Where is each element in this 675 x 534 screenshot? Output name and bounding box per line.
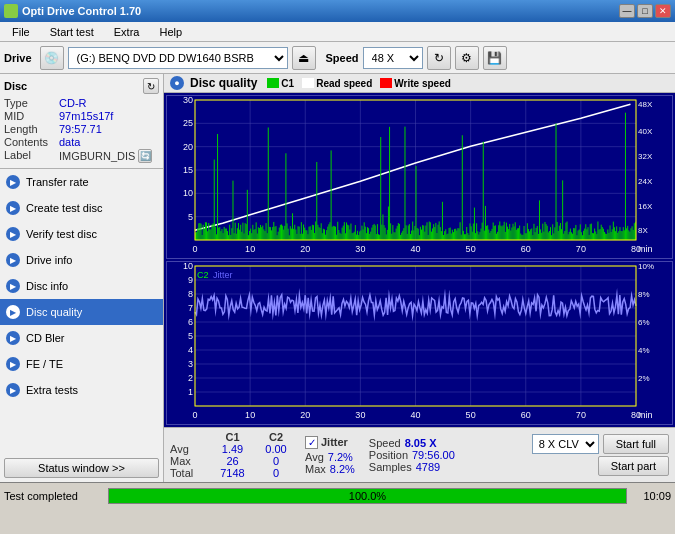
samples-value: 4789	[416, 461, 440, 473]
start-full-button[interactable]: Start full	[603, 434, 669, 454]
verify-test-label: Verify test disc	[26, 228, 97, 240]
sidebar-item-fe-te[interactable]: ▶ FE / TE	[0, 351, 163, 377]
app-icon	[4, 4, 18, 18]
title-bar-text: Opti Drive Control 1.70	[4, 4, 141, 18]
cd-bler-label: CD Bler	[26, 332, 65, 344]
progress-text: 100.0%	[109, 489, 626, 503]
jitter-section: ✓ Jitter Avg 7.2% Max 8.2%	[305, 436, 355, 475]
clv-select[interactable]: 8 X CLV	[532, 434, 599, 454]
disc-info-label: Disc info	[26, 280, 68, 292]
sidebar-item-disc-info[interactable]: ▶ Disc info	[0, 273, 163, 299]
disc-mid-value: 97m15s17f	[59, 110, 113, 122]
start-part-button[interactable]: Start part	[598, 456, 669, 476]
drive-info-icon: ▶	[6, 253, 20, 267]
menu-file[interactable]: File	[4, 24, 38, 40]
drive-icon-btn[interactable]: 💿	[40, 46, 64, 70]
disc-contents-row: Contents data	[4, 136, 159, 148]
sidebar-item-drive-info[interactable]: ▶ Drive info	[0, 247, 163, 273]
jitter-avg-row: Avg 7.2%	[305, 451, 355, 463]
jitter-checkbox[interactable]: ✓	[305, 436, 318, 449]
speed-row: Speed 8.05 X	[369, 437, 455, 449]
c2-chart-container	[166, 261, 673, 425]
chart-header: ● Disc quality C1 Read speed Write speed	[164, 74, 675, 93]
read-speed-legend: Read speed	[302, 78, 372, 89]
chart-header-icon: ●	[170, 76, 184, 90]
nav-items: ▶ Transfer rate ▶ Create test disc ▶ Ver…	[0, 169, 163, 454]
avg-c1-value: 1.49	[210, 443, 255, 455]
disc-label-icon[interactable]: 🔄	[138, 149, 152, 163]
disc-type-value: CD-R	[59, 97, 87, 109]
status-window-button[interactable]: Status window >>	[4, 458, 159, 478]
window-controls: — □ ✕	[619, 4, 671, 18]
disc-label-row: Label IMGBURN_DIS 🔄	[4, 149, 159, 163]
speed-label: Speed	[326, 52, 359, 64]
jitter-max-value: 8.2%	[330, 463, 355, 475]
main-content: Disc ↻ Type CD-R MID 97m15s17f Length 79…	[0, 74, 675, 482]
menu-bar: File Start test Extra Help	[0, 22, 675, 42]
jitter-avg-value: 7.2%	[328, 451, 353, 463]
save-button[interactable]: 💾	[483, 46, 507, 70]
drive-info-label: Drive info	[26, 254, 72, 266]
c1-chart-canvas	[167, 96, 672, 258]
drive-bar: Drive 💿 (G:) BENQ DVD DD DW1640 BSRB ⏏ S…	[0, 42, 675, 74]
disc-type-label: Type	[4, 97, 59, 109]
eject-button[interactable]: ⏏	[292, 46, 316, 70]
close-button[interactable]: ✕	[655, 4, 671, 18]
sidebar-item-cd-bler[interactable]: ▶ CD Bler	[0, 325, 163, 351]
c1-legend-color	[267, 78, 279, 88]
chart-legend: C1 Read speed Write speed	[267, 78, 450, 89]
speed-info: Speed 8.05 X Position 79:56.00 Samples 4…	[369, 437, 455, 473]
disc-quality-icon: ▶	[6, 305, 20, 319]
action-buttons: 8 X CLV Start full Start part	[532, 434, 669, 476]
disc-section-title: Disc	[4, 80, 27, 92]
jitter-avg-label: Avg	[305, 451, 324, 463]
fe-te-label: FE / TE	[26, 358, 63, 370]
jitter-max-label: Max	[305, 463, 326, 475]
disc-length-label: Length	[4, 123, 59, 135]
speed-select[interactable]: 48 X	[363, 47, 423, 69]
sidebar-item-verify-test-disc[interactable]: ▶ Verify test disc	[0, 221, 163, 247]
sidebar: Disc ↻ Type CD-R MID 97m15s17f Length 79…	[0, 74, 164, 482]
maximize-button[interactable]: □	[637, 4, 653, 18]
cd-bler-icon: ▶	[6, 331, 20, 345]
disc-info-icon: ▶	[6, 279, 20, 293]
speed-info-value: 8.05 X	[405, 437, 437, 449]
disc-header: Disc ↻	[4, 78, 159, 94]
disc-contents-value: data	[59, 136, 80, 148]
jitter-max-row: Max 8.2%	[305, 463, 355, 475]
extra-tests-label: Extra tests	[26, 384, 78, 396]
total-label: Total	[170, 467, 208, 479]
time-text: 10:09	[631, 490, 671, 502]
fe-te-icon: ▶	[6, 357, 20, 371]
progress-bar: 100.0%	[108, 488, 627, 504]
sidebar-item-disc-quality[interactable]: ▶ Disc quality	[0, 299, 163, 325]
read-speed-legend-color	[302, 78, 314, 88]
minimize-button[interactable]: —	[619, 4, 635, 18]
avg-label: Avg	[170, 443, 208, 455]
settings-button[interactable]: ⚙	[455, 46, 479, 70]
transfer-rate-label: Transfer rate	[26, 176, 89, 188]
start-full-row: 8 X CLV Start full	[532, 434, 669, 454]
sidebar-item-create-test-disc[interactable]: ▶ Create test disc	[0, 195, 163, 221]
disc-label-container: IMGBURN_DIS 🔄	[59, 149, 152, 163]
transfer-rate-icon: ▶	[6, 175, 20, 189]
menu-help[interactable]: Help	[151, 24, 190, 40]
write-speed-legend: Write speed	[380, 78, 451, 89]
total-c2-value: 0	[257, 467, 295, 479]
menu-start-test[interactable]: Start test	[42, 24, 102, 40]
create-test-label: Create test disc	[26, 202, 102, 214]
stats-max-row: Max 26 0	[170, 455, 295, 467]
position-label: Position	[369, 449, 408, 461]
drive-select[interactable]: (G:) BENQ DVD DD DW1640 BSRB	[68, 47, 288, 69]
disc-mid-label: MID	[4, 110, 59, 122]
sidebar-item-transfer-rate[interactable]: ▶ Transfer rate	[0, 169, 163, 195]
refresh-button[interactable]: ↻	[427, 46, 451, 70]
jitter-label: Jitter	[321, 436, 348, 448]
write-speed-legend-color	[380, 78, 392, 88]
menu-extra[interactable]: Extra	[106, 24, 148, 40]
samples-label: Samples	[369, 461, 412, 473]
sidebar-item-extra-tests[interactable]: ▶ Extra tests	[0, 377, 163, 403]
drive-label: Drive	[4, 52, 32, 64]
disc-refresh-button[interactable]: ↻	[143, 78, 159, 94]
disc-length-value: 79:57.71	[59, 123, 102, 135]
